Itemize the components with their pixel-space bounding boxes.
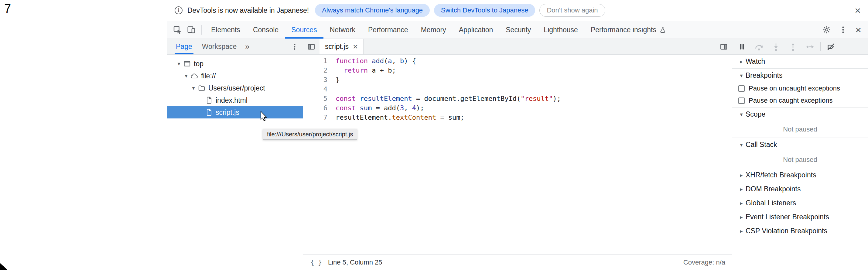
tab-sources[interactable]: Sources xyxy=(285,21,323,38)
section-dom-breakpoints: ▸DOM Breakpoints xyxy=(732,182,868,196)
navigator-more-options-icon[interactable] xyxy=(291,39,299,54)
tab-label: Application xyxy=(459,26,493,34)
line-number[interactable]: 1 xyxy=(303,56,328,66)
tab-page[interactable]: Page xyxy=(175,39,193,54)
token: sum xyxy=(360,104,372,112)
close-devtools-icon[interactable] xyxy=(855,25,861,35)
section-header-global-listeners[interactable]: ▸Global Listeners xyxy=(732,196,868,210)
device-toolbar-icon[interactable] xyxy=(187,25,196,34)
section-global-listeners: ▸Global Listeners xyxy=(732,196,868,210)
line-number[interactable]: 5 xyxy=(303,94,328,103)
section-header-csp-violation-breakpoints[interactable]: ▸CSP Violation Breakpoints xyxy=(732,224,868,238)
pause-on-caught-exceptions-checkbox[interactable] xyxy=(738,97,745,104)
token: textContent xyxy=(392,114,436,121)
step-out-icon[interactable] xyxy=(784,39,802,55)
section-xhr-fetch-breakpoints: ▸XHR/fetch Breakpoints xyxy=(732,168,868,182)
token xyxy=(355,104,360,112)
token: 4 xyxy=(412,104,416,112)
line-number[interactable]: 2 xyxy=(303,66,328,75)
toggle-navigator-icon[interactable] xyxy=(303,39,319,54)
disclosure-expanded-icon[interactable]: ▾ xyxy=(183,72,190,79)
always-match-chrome-s-language-button[interactable]: Always match Chrome's language xyxy=(315,4,430,17)
line-number[interactable]: 7 xyxy=(303,113,328,122)
tree-item-users-user-project[interactable]: ▾Users/user/project xyxy=(167,82,303,94)
section-header-xhr-fetch-breakpoints[interactable]: ▸XHR/fetch Breakpoints xyxy=(732,168,868,182)
pretty-print-icon[interactable] xyxy=(310,259,322,266)
close-tab-icon[interactable] xyxy=(353,42,358,51)
tab-performance-insights[interactable]: Performance insights xyxy=(584,21,673,38)
tree-item-index-html[interactable]: index.html xyxy=(167,94,303,106)
section-header-dom-breakpoints[interactable]: ▸DOM Breakpoints xyxy=(732,182,868,196)
close-notification-icon[interactable] xyxy=(855,5,861,16)
section-title: Global Listeners xyxy=(746,199,796,207)
code-line: 2 return a + b; xyxy=(303,66,732,75)
code-line: 3} xyxy=(303,75,732,84)
inspect-icon[interactable] xyxy=(173,25,182,34)
more-tabs-icon[interactable] xyxy=(245,39,249,54)
step-icon[interactable] xyxy=(802,39,818,55)
section-header-event-listener-breakpoints[interactable]: ▸Event Listener Breakpoints xyxy=(732,210,868,224)
token: = sum; xyxy=(436,114,464,121)
token: resultElement. xyxy=(336,114,392,121)
section-watch: ▸Watch xyxy=(732,55,868,69)
don-t-show-again-button[interactable]: Don't show again xyxy=(539,4,605,17)
code-line: 5const resultElement = document.getEleme… xyxy=(303,94,732,103)
step-into-icon[interactable] xyxy=(768,39,784,55)
folder-icon xyxy=(198,84,206,92)
tab-lighthouse[interactable]: Lighthouse xyxy=(537,21,584,38)
step-over-icon[interactable] xyxy=(750,39,768,55)
tab-label: Sources xyxy=(291,26,317,34)
section-csp-violation-breakpoints: ▸CSP Violation Breakpoints xyxy=(732,224,868,238)
tree-item-file[interactable]: ▾file:// xyxy=(167,70,303,82)
section-header-call-stack[interactable]: ▾Call Stack xyxy=(732,138,868,152)
pause-on-uncaught-exceptions-checkbox[interactable] xyxy=(738,85,745,92)
tab-label: Elements xyxy=(211,26,240,34)
token xyxy=(355,95,360,102)
tab-workspace[interactable]: Workspace xyxy=(201,39,238,54)
toggle-debugger-sidebar-icon[interactable] xyxy=(716,39,732,54)
tab-memory[interactable]: Memory xyxy=(414,21,453,38)
disclosure-expanded-icon[interactable]: ▾ xyxy=(175,60,183,67)
token: "result" xyxy=(521,95,553,102)
section-header-scope[interactable]: ▾Scope xyxy=(732,108,868,121)
section-title: Event Listener Breakpoints xyxy=(746,213,829,221)
section-header-watch[interactable]: ▸Watch xyxy=(732,55,868,68)
section-event-listener-breakpoints: ▸Event Listener Breakpoints xyxy=(732,210,868,224)
code-editor[interactable]: 1function add(a, b) {2 return a + b;3}45… xyxy=(303,55,732,254)
editor-status-bar: Line 5, Column 25 Coverage: n/a xyxy=(303,254,732,270)
tree-item-script-js[interactable]: script.js xyxy=(167,106,303,118)
chevron-right-icon: ▸ xyxy=(737,172,746,179)
settings-gear-icon[interactable] xyxy=(823,26,831,34)
tab-performance[interactable]: Performance xyxy=(362,21,414,38)
line-number[interactable]: 3 xyxy=(303,75,328,84)
sources-panel: Page Workspace ▾top▾file://▾Users/user/p… xyxy=(167,39,868,270)
tab-application[interactable]: Application xyxy=(453,21,500,38)
tab-console[interactable]: Console xyxy=(247,21,285,38)
switch-devtools-to-japanese-button[interactable]: Switch DevTools to Japanese xyxy=(434,4,535,17)
more-options-icon[interactable] xyxy=(839,26,847,34)
line-number[interactable]: 4 xyxy=(303,84,328,94)
status-message: Not paused xyxy=(732,152,868,168)
tab-label: Performance insights xyxy=(591,26,656,34)
tree-item-top[interactable]: ▾top xyxy=(167,58,303,70)
pause-icon[interactable] xyxy=(734,39,750,55)
devtools-toolbar: ElementsConsoleSourcesNetworkPerformance… xyxy=(167,21,868,39)
checkbox-label: Pause on caught exceptions xyxy=(749,97,833,104)
line-number[interactable]: 6 xyxy=(303,103,328,113)
tab-elements[interactable]: Elements xyxy=(205,21,247,38)
editor-pane: script.js 1function add(a, b) {2 return … xyxy=(303,39,732,270)
deactivate-breakpoints-icon[interactable] xyxy=(823,39,839,55)
tab-security[interactable]: Security xyxy=(499,21,537,38)
section-header-breakpoints[interactable]: ▾Breakpoints xyxy=(732,69,868,82)
cursor-artifact xyxy=(0,263,8,270)
disclosure-expanded-icon[interactable]: ▾ xyxy=(190,85,197,91)
toolbar-left-icons xyxy=(167,21,198,38)
section-title: Call Stack xyxy=(746,141,777,149)
toolbar-right-icons xyxy=(816,21,868,38)
section-title: DOM Breakpoints xyxy=(746,185,801,193)
code-text: resultElement.textContent = sum; xyxy=(336,113,464,122)
editor-tab-script-js[interactable]: script.js xyxy=(319,39,364,54)
tab-network[interactable]: Network xyxy=(323,21,362,38)
file-path-tooltip: file:///Users/user/project/script.js xyxy=(263,129,357,140)
code-line: 6const sum = add(3, 4); xyxy=(303,103,732,113)
